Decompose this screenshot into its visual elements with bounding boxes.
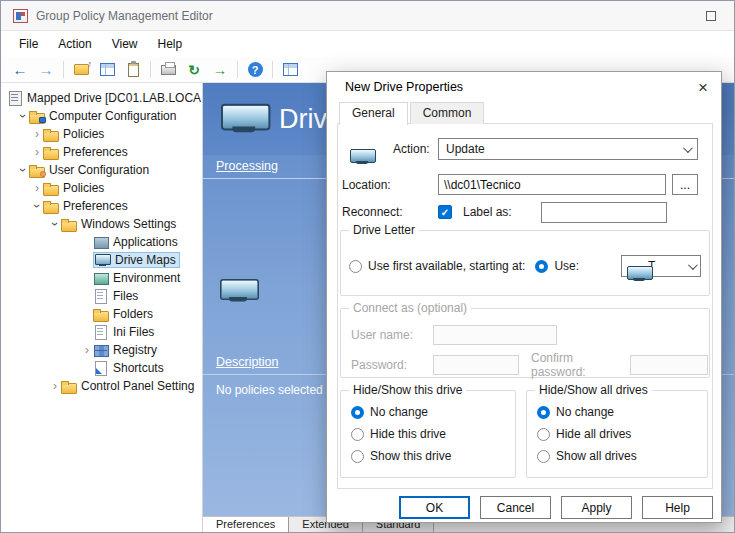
drive-maps-icon [221, 104, 267, 134]
selected-tree-item-highlight: Drive Maps [93, 252, 180, 268]
hide-show-this-title: Hide/Show this drive [349, 383, 466, 397]
description-link[interactable]: Description [216, 355, 279, 369]
forward-icon[interactable] [34, 59, 58, 81]
tree-item-files[interactable]: Files [1, 287, 202, 305]
location-input[interactable] [438, 174, 666, 195]
files-icon [93, 289, 109, 303]
menu-action[interactable]: Action [48, 33, 101, 55]
hide-show-all-drives-group: Hide/Show all drives No change Hide all … [526, 390, 708, 478]
tree-item-shortcuts[interactable]: Shortcuts [1, 359, 202, 377]
console-tree-icon[interactable] [95, 59, 119, 81]
menu-view[interactable]: View [102, 33, 148, 55]
close-icon[interactable] [685, 72, 721, 102]
hide-all-drives-label: Hide all drives [556, 427, 631, 441]
radio-this-no-change[interactable] [351, 406, 364, 419]
location-row: Location: ... [342, 174, 700, 195]
radio-use[interactable] [535, 260, 548, 273]
menu-bar: File Action View Help [1, 31, 734, 57]
console-tree: Mapped Drive [DC01.LAB.LOCA Computer Con… [1, 83, 203, 532]
tree-item-computer-preferences[interactable]: Preferences [1, 143, 202, 161]
connect-as-group: Connect as (optional) User name: Passwor… [340, 308, 710, 378]
dialog-buttons: OK Cancel Apply Help [389, 496, 713, 519]
toolbar-separator [150, 61, 151, 78]
computer-folder-icon [29, 109, 45, 123]
tree-item-user-policies[interactable]: Policies [1, 179, 202, 197]
chevron-down-icon[interactable] [48, 218, 62, 230]
reconnect-label: Reconnect: [342, 205, 438, 219]
chevron-right-icon[interactable] [31, 181, 43, 195]
browse-button[interactable]: ... [672, 174, 698, 195]
toolbar-separator [272, 61, 273, 78]
this-no-change-label: No change [370, 405, 428, 419]
radio-hide-all-drives[interactable] [537, 428, 550, 441]
radio-all-no-change[interactable] [537, 406, 550, 419]
open-folder-icon [61, 217, 77, 231]
gpo-icon [7, 91, 23, 105]
toolbar-separator [237, 61, 238, 78]
drive-icon [220, 279, 256, 303]
drive-letter-group-title: Drive Letter [349, 223, 419, 237]
clipboard-icon[interactable] [121, 59, 145, 81]
app-icon [13, 9, 28, 23]
tree-item-ini-files[interactable]: Ini Files [1, 323, 202, 341]
all-no-change-label: No change [556, 405, 614, 419]
drive-letter-dropdown[interactable]: T [621, 255, 701, 277]
drive-letter-group: Drive Letter Use first available, starti… [340, 230, 710, 296]
help-icon[interactable] [243, 59, 267, 81]
tree-item-applications[interactable]: Applications [1, 233, 202, 251]
ok-button[interactable]: OK [399, 496, 470, 519]
refresh-icon[interactable] [182, 59, 206, 81]
action-label: Action: [393, 142, 438, 156]
action-value: Update [446, 142, 485, 156]
hide-show-this-drive-group: Hide/Show this drive No change Hide this… [340, 390, 516, 478]
show-this-drive-label: Show this drive [370, 449, 451, 463]
tab-general[interactable]: General [339, 102, 408, 125]
folder-icon [61, 379, 77, 393]
reconnect-checkbox[interactable] [438, 205, 452, 219]
chevron-down-icon[interactable] [16, 164, 30, 176]
maximize-button[interactable] [706, 11, 716, 21]
action-dropdown[interactable]: Update [438, 138, 698, 160]
print-icon[interactable] [156, 59, 180, 81]
menu-file[interactable]: File [9, 33, 48, 55]
processing-link[interactable]: Processing [216, 159, 278, 173]
tab-preferences[interactable]: Preferences [203, 517, 289, 532]
chevron-down-icon[interactable] [16, 110, 30, 122]
up-level-icon[interactable] [69, 59, 93, 81]
hide-this-drive-label: Hide this drive [370, 427, 446, 441]
tree-item-user-configuration[interactable]: User Configuration [1, 161, 202, 179]
chevron-right-icon[interactable] [81, 343, 93, 357]
menu-help[interactable]: Help [148, 33, 193, 55]
help-button[interactable]: Help [642, 496, 713, 519]
tree-item-environment[interactable]: Environment [1, 269, 202, 287]
back-icon[interactable] [8, 59, 32, 81]
cancel-button[interactable]: Cancel [480, 496, 551, 519]
apply-button[interactable]: Apply [561, 496, 632, 519]
tree-item-computer-policies[interactable]: Policies [1, 125, 202, 143]
radio-hide-this-drive[interactable] [351, 428, 364, 441]
chevron-right-icon[interactable] [31, 127, 43, 141]
chevron-right-icon[interactable] [49, 379, 61, 393]
radio-show-this-drive[interactable] [351, 450, 364, 463]
tree-item-registry[interactable]: Registry [1, 341, 202, 359]
label-as-label: Label as: [463, 205, 529, 219]
tab-common[interactable]: Common [410, 102, 485, 124]
tree-item-folders[interactable]: Folders [1, 305, 202, 323]
label-as-input[interactable] [541, 202, 667, 223]
tree-item-computer-configuration[interactable]: Computer Configuration [1, 107, 202, 125]
radio-show-all-drives[interactable] [537, 450, 550, 463]
tree-item-mapped-drive[interactable]: Mapped Drive [DC01.LAB.LOCA [1, 89, 202, 107]
action-row: Action: Update [350, 136, 698, 162]
export-list-icon[interactable] [208, 59, 232, 81]
tree-item-user-preferences[interactable]: Preferences [1, 197, 202, 215]
chevron-right-icon[interactable] [31, 145, 43, 159]
first-available-label: Use first available, starting at: [368, 259, 525, 273]
tree-item-control-panel-settings[interactable]: Control Panel Setting [1, 377, 202, 395]
tree-item-drive-maps[interactable]: Drive Maps [1, 251, 202, 269]
action-pane-icon[interactable] [278, 59, 302, 81]
tree-item-windows-settings[interactable]: Windows Settings [1, 215, 202, 233]
chevron-down-icon[interactable] [30, 200, 44, 212]
folder-icon [43, 145, 59, 159]
radio-first-available[interactable] [349, 260, 362, 273]
user-folder-icon [29, 163, 45, 177]
